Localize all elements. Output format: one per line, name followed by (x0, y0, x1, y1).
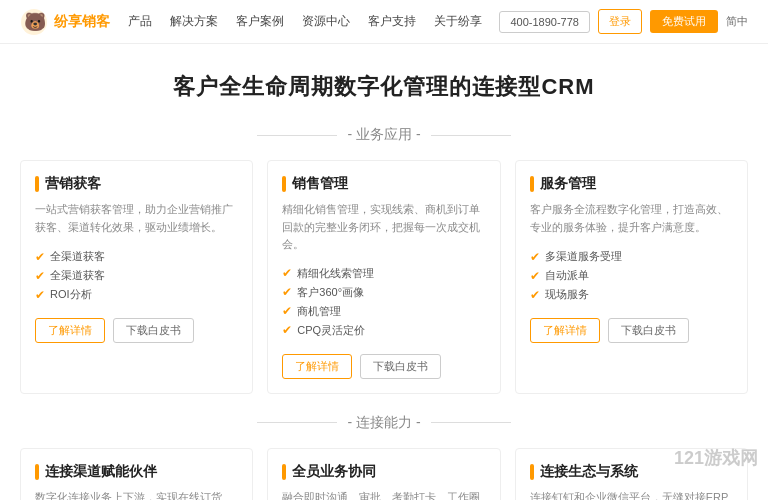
list-item: ✔多渠道服务受理 (530, 247, 733, 266)
check-icon: ✔ (530, 250, 540, 264)
card-service-title: 服务管理 (540, 175, 596, 193)
check-icon: ✔ (282, 323, 292, 337)
trial-button[interactable]: 免费试用 (650, 10, 718, 33)
card-collab-title: 全员业务协同 (292, 463, 376, 481)
card-ecosystem-title: 连接生态与系统 (540, 463, 638, 481)
check-icon: ✔ (530, 269, 540, 283)
check-icon: ✔ (282, 304, 292, 318)
nav-item-solutions[interactable]: 解决方案 (170, 13, 218, 30)
nav-menu: 产品 解决方案 客户案例 资源中心 客户支持 关于纷享 (128, 13, 482, 30)
check-icon: ✔ (35, 269, 45, 283)
svg-text:🐻: 🐻 (24, 11, 47, 33)
card-channel-header: 连接渠道赋能伙伴 (35, 463, 238, 481)
sales-whitepaper-button[interactable]: 下载白皮书 (360, 354, 441, 379)
list-item: ✔商机管理 (282, 302, 485, 321)
card-sales-header: 销售管理 (282, 175, 485, 193)
check-icon: ✔ (35, 250, 45, 264)
cards-row2: 连接渠道赋能伙伴 数字化连接业务上下游，实现在线订货、客户报备、销售预测等全流程… (0, 448, 768, 500)
card-channel-desc: 数字化连接业务上下游，实现在线订货、客户报备、销售预测等全流程管理，与伙伴共创共… (35, 489, 238, 500)
marketing-detail-button[interactable]: 了解详情 (35, 318, 105, 343)
list-item: ✔精细化线索管理 (282, 264, 485, 283)
check-icon: ✔ (530, 288, 540, 302)
nav-item-resources[interactable]: 资源中心 (302, 13, 350, 30)
list-item: ✔CPQ灵活定价 (282, 321, 485, 340)
card-sales: 销售管理 精细化销售管理，实现线索、商机到订单回款的完整业务闭环，把握每一次成交… (267, 160, 500, 394)
card-sales-accent (282, 176, 286, 192)
card-marketing-desc: 一站式营销获客管理，助力企业营销推广获客、渠道转化效果，驱动业绩增长。 (35, 201, 238, 237)
section1-title: - 业务应用 - (0, 126, 768, 144)
check-icon: ✔ (282, 285, 292, 299)
card-marketing-title: 营销获客 (45, 175, 101, 193)
nav-item-cases[interactable]: 客户案例 (236, 13, 284, 30)
hero-title: 客户全生命周期数字化管理的连接型CRM (20, 72, 748, 102)
card-ecosystem-accent (530, 464, 534, 480)
nav-item-products[interactable]: 产品 (128, 13, 152, 30)
main-nav: 🐻 纷享销客 产品 解决方案 客户案例 资源中心 客户支持 关于纷享 400-1… (0, 0, 768, 44)
card-sales-desc: 精细化销售管理，实现线索、商机到订单回款的完整业务闭环，把握每一次成交机会。 (282, 201, 485, 254)
card-service-list: ✔多渠道服务受理 ✔自动派单 ✔现场服务 (530, 247, 733, 304)
login-button[interactable]: 登录 (598, 9, 642, 34)
list-item: ✔自动派单 (530, 266, 733, 285)
card-collab-accent (282, 464, 286, 480)
nav-actions: 400-1890-778 登录 免费试用 简中 (499, 9, 748, 34)
sales-detail-button[interactable]: 了解详情 (282, 354, 352, 379)
service-detail-button[interactable]: 了解详情 (530, 318, 600, 343)
check-icon: ✔ (282, 266, 292, 280)
list-item: ✔全渠道获客 (35, 266, 238, 285)
card-ecosystem-header: 连接生态与系统 (530, 463, 733, 481)
card-ecosystem-desc: 连接钉钉和企业微信平台，无缝对接ERP系统，构建内外部业务协作数字化管理。 (530, 489, 733, 500)
list-item: ✔全渠道获客 (35, 247, 238, 266)
card-sales-list: ✔精细化线索管理 ✔客户360°画像 ✔商机管理 ✔CPQ灵活定价 (282, 264, 485, 340)
nav-item-support[interactable]: 客户支持 (368, 13, 416, 30)
section2-title: - 连接能力 - (0, 414, 768, 432)
card-marketing: 营销获客 一站式营销获客管理，助力企业营销推广获客、渠道转化效果，驱动业绩增长。… (20, 160, 253, 394)
card-marketing-list: ✔全渠道获客 ✔全渠道获客 ✔ROI分析 (35, 247, 238, 304)
cards-row1: 营销获客 一站式营销获客管理，助力企业营销推广获客、渠道转化效果，驱动业绩增长。… (0, 160, 768, 394)
service-whitepaper-button[interactable]: 下载白皮书 (608, 318, 689, 343)
card-marketing-header: 营销获客 (35, 175, 238, 193)
card-marketing-accent (35, 176, 39, 192)
card-collab-header: 全员业务协同 (282, 463, 485, 481)
logo-text: 纷享销客 (54, 13, 110, 31)
card-service-desc: 客户服务全流程数字化管理，打造高效、专业的服务体验，提升客户满意度。 (530, 201, 733, 237)
card-collab: 全员业务协同 融合即时沟通、审批、考勤打卡、工作圈等一站式办公管理，打造极致高效… (267, 448, 500, 500)
language-switcher[interactable]: 简中 (726, 14, 748, 29)
list-item: ✔ROI分析 (35, 285, 238, 304)
hero-section: 客户全生命周期数字化管理的连接型CRM (0, 44, 768, 118)
section1-title-text: - 业务应用 - (347, 126, 420, 144)
logo[interactable]: 🐻 纷享销客 (20, 8, 110, 36)
card-ecosystem: 连接生态与系统 连接钉钉和企业微信平台，无缝对接ERP系统，构建内外部业务协作数… (515, 448, 748, 500)
card-channel: 连接渠道赋能伙伴 数字化连接业务上下游，实现在线订货、客户报备、销售预测等全流程… (20, 448, 253, 500)
card-collab-desc: 融合即时沟通、审批、考勤打卡、工作圈等一站式办公管理，打造极致高效的在线协同体验… (282, 489, 485, 500)
card-service-accent (530, 176, 534, 192)
card-sales-title: 销售管理 (292, 175, 348, 193)
phone-button[interactable]: 400-1890-778 (499, 11, 590, 33)
card-service-header: 服务管理 (530, 175, 733, 193)
marketing-whitepaper-button[interactable]: 下载白皮书 (113, 318, 194, 343)
card-service: 服务管理 客户服务全流程数字化管理，打造高效、专业的服务体验，提升客户满意度。 … (515, 160, 748, 394)
check-icon: ✔ (35, 288, 45, 302)
logo-icon: 🐻 (20, 8, 48, 36)
list-item: ✔客户360°画像 (282, 283, 485, 302)
card-marketing-actions: 了解详情 下载白皮书 (35, 318, 238, 343)
list-item: ✔现场服务 (530, 285, 733, 304)
nav-item-about[interactable]: 关于纷享 (434, 13, 482, 30)
section2-title-text: - 连接能力 - (347, 414, 420, 432)
card-sales-actions: 了解详情 下载白皮书 (282, 354, 485, 379)
card-channel-title: 连接渠道赋能伙伴 (45, 463, 157, 481)
card-service-actions: 了解详情 下载白皮书 (530, 318, 733, 343)
card-channel-accent (35, 464, 39, 480)
